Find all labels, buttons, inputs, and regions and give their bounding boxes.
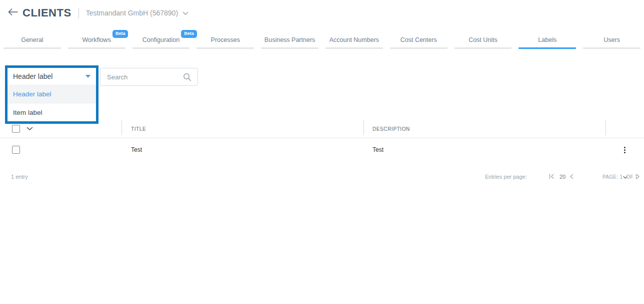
tab-label: Users — [604, 36, 620, 43]
tab-underline — [583, 47, 640, 49]
row-description: Test — [372, 146, 384, 153]
entries-per-page-label: Entries per page: — [485, 174, 527, 180]
row-title: Test — [131, 146, 142, 153]
tab-workflows[interactable]: WorkflowsBeta — [64, 29, 129, 49]
prev-page-icon[interactable] — [569, 174, 574, 179]
label-type-select[interactable]: Header label — [8, 68, 96, 85]
dropdown-option-item-label[interactable]: Item label — [8, 103, 96, 121]
column-header-label: DESCRIPTION — [372, 126, 410, 132]
table-header-actions — [606, 120, 644, 138]
first-page-icon[interactable] — [549, 174, 554, 179]
table-row: Test Test — [0, 138, 644, 161]
row-actions-cell — [606, 138, 644, 161]
back-button[interactable] — [8, 8, 18, 17]
tab-underline — [132, 47, 190, 49]
tab-underline — [196, 47, 254, 49]
next-page-icon[interactable] — [635, 174, 640, 179]
tab-label: Processes — [211, 36, 240, 43]
row-checkbox[interactable] — [12, 146, 20, 154]
tab-label: Cost Units — [468, 36, 498, 43]
tab-cost-centers[interactable]: Cost Centers — [386, 29, 451, 49]
select-all-checkbox[interactable] — [12, 125, 20, 133]
label-type-select-value: Header label — [13, 72, 52, 80]
tab-general[interactable]: General — [0, 29, 64, 49]
clients-page: CLIENTS Testmandant GmbH (567890) Genera… — [0, 0, 644, 304]
tab-underline — [4, 47, 61, 49]
beta-badge: Beta — [112, 30, 128, 38]
tab-underline — [390, 47, 448, 49]
tab-business-partners[interactable]: Business Partners — [258, 29, 322, 49]
page-label: PAGE: 1 — [602, 174, 622, 180]
tab-underline — [454, 47, 512, 49]
tab-account-numbers[interactable]: Account Numbers — [322, 29, 386, 49]
table-header-description: DESCRIPTION — [364, 120, 606, 138]
tab-label: Labels — [538, 36, 556, 43]
page-title: CLIENTS — [22, 6, 72, 19]
tab-label: Cost Centers — [400, 36, 437, 43]
client-chevron-icon — [182, 9, 188, 17]
search-box — [100, 68, 198, 86]
label-type-dropdown: Header label Header label Item label — [5, 65, 98, 124]
table-header-title: TITLE — [122, 120, 364, 138]
back-icon — [8, 8, 18, 17]
tab-label: General — [21, 36, 43, 43]
page-indicator[interactable]: PAGE: 1 OF 1 — [602, 174, 638, 180]
select-all-chevron-icon[interactable] — [26, 127, 33, 131]
entries-per-page-value[interactable]: 20 — [560, 174, 566, 180]
tab-bar: General WorkflowsBeta ConfigurationBeta … — [0, 29, 644, 49]
tab-underline — [518, 47, 576, 49]
row-select-cell — [0, 138, 122, 161]
tab-label: Configuration — [142, 36, 180, 43]
column-header-label: TITLE — [131, 126, 146, 132]
tab-underline — [261, 47, 318, 49]
table-footer: 1 entry Entries per page: 20 PAGE: 1 OF … — [0, 172, 644, 182]
header-divider — [78, 8, 79, 18]
search-input[interactable] — [100, 73, 183, 81]
tab-label: Account Numbers — [330, 36, 379, 43]
tab-underline — [68, 47, 126, 49]
tab-processes[interactable]: Processes — [193, 29, 258, 49]
tab-configuration[interactable]: ConfigurationBeta — [129, 29, 194, 49]
entries-count: 1 entry — [11, 174, 28, 180]
row-title-cell: Test — [122, 138, 364, 161]
tab-label: Business Partners — [264, 36, 315, 43]
row-description-cell: Test — [364, 138, 606, 161]
client-selector[interactable]: Testmandant GmbH (567890) — [86, 9, 188, 17]
app-header: CLIENTS Testmandant GmbH (567890) — [8, 6, 188, 20]
client-selector-label: Testmandant GmbH (567890) — [86, 9, 178, 17]
labels-table: TITLE DESCRIPTION Test Test — [0, 120, 644, 161]
tab-underline — [326, 47, 383, 49]
row-menu-icon[interactable] — [622, 145, 628, 155]
tab-users[interactable]: Users — [580, 29, 644, 49]
search-icon[interactable] — [183, 73, 192, 81]
tab-cost-units[interactable]: Cost Units — [451, 29, 516, 49]
tab-label: Workflows — [82, 36, 110, 43]
tab-labels[interactable]: Labels — [515, 29, 580, 49]
dropdown-option-header-label[interactable]: Header label — [8, 85, 96, 103]
select-caret-icon — [86, 75, 90, 78]
